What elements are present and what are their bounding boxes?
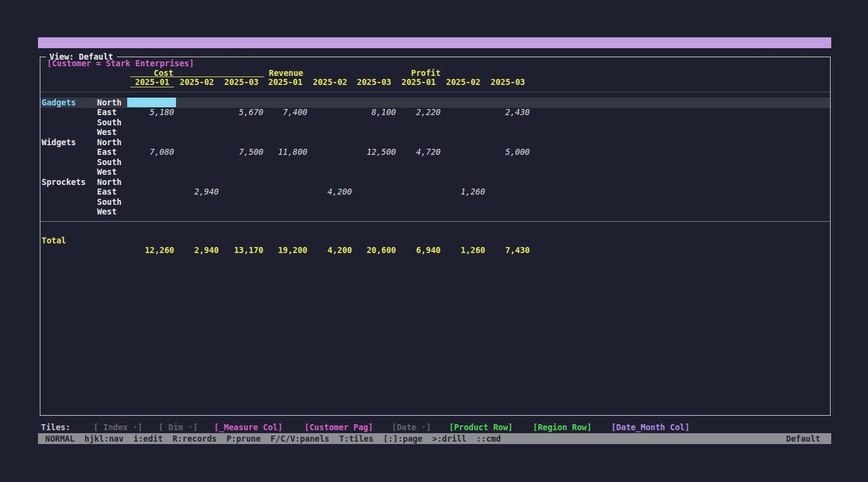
table-row[interactable]: SprocketsNorth [40,177,830,187]
cell-region: West [97,207,117,216]
cell-value[interactable]: 2,220 [397,107,441,117]
terminal-screen: improvise·Acme Sales Demo (demo.improv) … [0,0,868,482]
customer-pag-tile[interactable]: [Customer Pag] [304,422,373,433]
cell-value[interactable]: 5,670 [219,107,263,117]
month-header[interactable]: 2025-02 [441,78,485,87]
product-row-tile[interactable]: [Product Row] [449,422,513,433]
month-header[interactable]: 2025-03 [486,78,530,87]
table-row[interactable]: East5,1805,6707,4008,1002,2202,430 [40,107,830,117]
cell-product: Widgets [42,137,76,147]
view-panel: View: Default [Customer = Stark Enterpri… [40,57,831,416]
status-bar: NORMAL hjkl:nav i:edit R:records P:prune… [38,433,831,444]
table-row[interactable]: West [40,207,830,217]
cell-value[interactable]: 5,180 [130,107,174,117]
dim-tile[interactable]: [ Dim ·] [159,422,198,433]
cell-value[interactable]: 7,400 [263,107,307,117]
status-view-name: Default [786,433,820,444]
total-value: 7,430 [486,245,530,255]
month-header[interactable]: 2025-03 [219,78,263,87]
cell-region: North [97,98,122,107]
total-label: Total [42,236,66,245]
cell-value[interactable]: 7,500 [219,147,263,157]
tiles-bar: Tiles: [ Index ·][ Dim ·][_Measure Col][… [38,422,831,433]
table-row[interactable]: East2,9404,2001,260 [40,187,830,197]
month-header[interactable]: 2025-01 [130,78,174,87]
title-separator-icon: · [46,48,840,49]
cell-value[interactable]: 11,800 [263,147,307,157]
tiles-label: Tiles: [41,422,71,433]
cell-region: West [97,167,117,177]
cell-value[interactable]: 2,430 [486,107,530,117]
total-value: 6,940 [397,245,441,255]
cell-region: East [97,187,117,196]
title-bar: improvise·Acme Sales Demo (demo.improv) … [38,37,831,48]
table-row[interactable]: South [40,117,830,128]
month-header[interactable]: 2025-01 [397,78,441,87]
total-value: 19,200 [263,245,307,255]
cell-region: South [97,157,122,167]
cell-value[interactable]: 12,500 [352,147,396,157]
table-row[interactable]: West [40,167,830,177]
cell-product: Gadgets [42,98,76,107]
cell-region: East [97,107,117,117]
index-tile[interactable]: [ Index ·] [93,422,142,433]
table-row[interactable]: East7,0807,50011,80012,5004,7205,000 [40,147,830,157]
cell-product: Sprockets [42,177,86,187]
table-row[interactable]: West [40,127,830,137]
month-header[interactable]: 2025-02 [175,78,219,87]
total-value: 4,200 [308,245,352,255]
cell-region: North [97,177,122,187]
filter-badge[interactable]: [Customer = Stark Enterprises] [47,58,194,68]
month-header[interactable]: 2025-03 [352,78,396,87]
cell-region: South [97,117,122,127]
table-row[interactable]: GadgetsNorth [40,98,830,108]
group-header: Cost [154,68,174,78]
cell-region: South [97,197,122,207]
measure-col-tile[interactable]: [_Measure Col] [214,422,283,433]
cell-value[interactable]: 4,200 [308,187,352,196]
cell-value[interactable]: 2,940 [175,187,219,196]
cell-region: West [97,127,117,137]
table-row[interactable]: South [40,157,830,167]
total-value: 20,600 [352,245,396,255]
selected-cell[interactable] [127,98,176,107]
total-row: Total 12,2602,94013,17019,2004,20020,600… [40,226,830,236]
region-row-tile[interactable]: [Region Row] [533,422,592,433]
title-bar-left: improvise·Acme Sales Demo (demo.improv) [46,37,262,48]
total-value: 2,940 [175,245,219,255]
group-header: Revenue [269,68,303,78]
status-hints: NORMAL hjkl:nav i:edit R:records P:prune… [45,433,501,444]
group-header: Profit [411,68,441,78]
cell-value[interactable]: 8,100 [352,107,396,117]
table-row[interactable]: WidgetsNorth [40,137,830,148]
cell-value[interactable]: 1,260 [441,187,485,196]
total-value: 13,170 [219,245,263,255]
total-value: 12,260 [130,245,174,255]
cell-region: East [97,147,117,157]
date-tile[interactable]: [Date ·] [392,422,431,433]
month-header[interactable]: 2025-02 [308,78,352,87]
title-bar-right: ?:help :q quit [717,37,820,48]
cell-value[interactable]: 7,080 [130,147,174,157]
cell-value[interactable]: 5,000 [486,147,530,157]
total-separator [40,221,830,222]
cell-value[interactable]: 4,720 [397,147,441,157]
cell-region: North [97,137,122,147]
total-value: 1,260 [441,245,485,255]
date-month-col-tile[interactable]: [Date_Month Col] [611,422,690,433]
month-header[interactable]: 2025-01 [263,78,307,87]
table-row[interactable]: South [40,197,830,207]
header-separator [40,92,830,92]
